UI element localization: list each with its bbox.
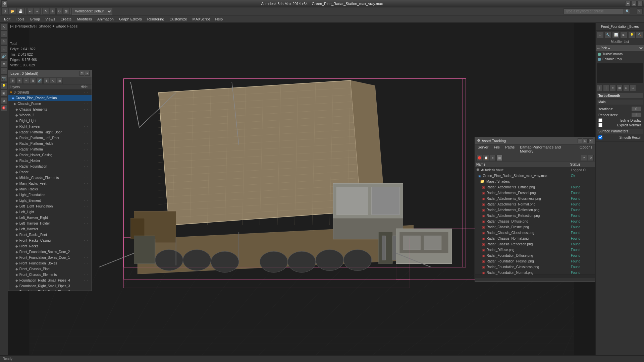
at-menu-paths[interactable]: Paths [502,144,517,154]
search-input[interactable] [564,8,624,14]
at-list-item[interactable]: ▣ Radar_Attachments_Fresnel.pngFound [475,190,595,196]
at-menu-server[interactable]: Server [475,144,491,154]
layer-tool-link[interactable]: 🔗 [37,78,43,84]
layer-item[interactable]: ◆Green_Pine_Radar_Station· · · [8,95,92,101]
at-menu-bitmap[interactable]: Bitmap Performance and Memory [517,144,577,154]
layer-item[interactable]: ◆Middle_Chassis_Elements· · · [8,175,92,181]
at-list-item[interactable]: ▣ Radar_Foundation_Diffuse.pngFound [475,253,595,258]
left-tool-2[interactable]: ✛ [1,31,7,38]
modifier-dropdown[interactable]: -- Pick -- [596,45,644,51]
layer-item[interactable]: ◆Right_Hawser· · · [8,124,92,129]
layer-tool-sun[interactable]: ☀ [16,78,22,84]
select-button[interactable]: ↖ [43,8,49,15]
save-button[interactable]: 💾 [17,8,24,15]
menu-animation[interactable]: Animation [95,15,116,23]
at-list-item[interactable]: ▣ Radar_Foundation_Normal.pngFound [475,270,595,275]
layer-item[interactable]: ◆Radar_Holder· · · [8,158,92,164]
layer-item[interactable]: ◆Light_Foundation· · · [8,192,92,198]
search-button[interactable]: 🔍 [624,8,630,14]
minimize-button[interactable]: − [625,1,631,6]
right-view-btn-2[interactable]: | [603,84,609,91]
layer-item[interactable]: ◆Left_Hawser· · · [8,226,92,232]
layer-item[interactable]: ◆Foundation_Right_Small_Pipes_2· · · [8,289,92,291]
at-tool-4[interactable]: ▦ [496,155,502,161]
layer-item[interactable]: ◆Radar_Platform_Right_Door· · · [8,129,92,135]
menu-help[interactable]: Help [213,15,226,23]
at-minimize-button[interactable]: − [578,138,582,143]
layer-item[interactable]: ◆Radar_Foundation· · · [8,164,92,169]
layer-item[interactable]: ◆Front_Foundation_Boxes_Door_2· · · [8,249,92,255]
workspace-dropdown[interactable]: Workspace: Default [72,8,112,15]
layer-tool-select[interactable]: ↖ [50,78,56,84]
layer-tool-add[interactable]: + [23,78,29,84]
layer-item[interactable]: ◆Front_Foundation_Boxes_Door_1· · · [8,255,92,260]
left-tool-9[interactable]: 💡 [1,82,7,89]
at-horizontal-scrollbar[interactable] [475,275,595,278]
layer-item[interactable]: ◆Radar_Platform_Holder· · · [8,141,92,146]
right-view-btn-6[interactable]: ⊡ [630,84,636,91]
at-menu-options[interactable]: Options [577,144,595,154]
left-tool-12[interactable]: 🎯 [1,105,7,111]
menu-modifiers[interactable]: Modifiers [74,15,95,23]
menu-graph-editors[interactable]: Graph Editors [116,15,145,23]
at-list-item[interactable]: ▣ Radar_Attachments_Refraction.pngFound [475,213,595,219]
at-file-list[interactable]: 🏛 Autodesk VaultLogged O... ▣ Green_Pine… [475,167,595,275]
layer-tool-freeze[interactable]: ❄ [10,78,16,84]
left-tool-1[interactable]: ↖ [1,23,7,30]
move-button[interactable]: ✛ [50,8,56,15]
at-list-item[interactable]: ▣ Radar_Foundation_Fresnel.pngFound [475,258,595,264]
at-menu-file[interactable]: File [491,144,502,154]
isoline-checkbox[interactable] [598,118,602,122]
at-maximize-button[interactable]: □ [583,138,588,143]
menu-tools[interactable]: Tools [13,15,27,23]
maximize-button[interactable]: □ [631,1,637,6]
menu-customize[interactable]: Customize [167,15,190,23]
layer-item[interactable]: ◆Wheels_2· · · [8,112,92,118]
right-tab-display[interactable]: 💡 [628,32,636,38]
right-view-btn-4[interactable]: ▦ [616,84,623,91]
close-button[interactable]: × [637,1,643,6]
help-icon[interactable]: ? [637,8,643,14]
right-tab-create[interactable]: ⬡ [596,32,604,38]
layer-item[interactable]: ◆Front_Chassis_Elements· · · [8,272,92,278]
iterations-input[interactable] [631,106,641,112]
menu-edit[interactable]: Edit [1,15,13,23]
layer-item[interactable]: ◆Left_Light· · · [8,209,92,215]
at-list-item[interactable]: ▣ Radar_Chassis_Diffuse.pngFound [475,219,595,224]
undo-button[interactable]: ↩ [27,8,33,15]
rotate-button[interactable]: ↻ [56,8,62,15]
scale-button[interactable]: ⊠ [63,8,69,15]
render-iters-input[interactable] [631,112,641,118]
modifier-turbosmoooth[interactable]: TurboSmooth [596,52,643,57]
layer-item[interactable]: ◆Chassis_Elements· · · [8,107,92,112]
left-tool-6[interactable]: ◉ [1,60,7,67]
at-close-button[interactable]: × [588,138,593,143]
at-list-item[interactable]: 📁 Maps / Shaders [475,179,595,184]
at-list-item[interactable]: ▣ Green_Pine_Radar_Station_max_vray.maxO… [475,173,595,179]
right-tab-hierarchy[interactable]: 📊 [612,32,620,38]
left-tool-4[interactable]: ⊡ [1,46,7,52]
menu-views[interactable]: Views [43,15,58,23]
layer-item[interactable]: ◆Radar· · · [8,169,92,175]
modifier-editable-poly[interactable]: Editable Poly [596,57,643,62]
menu-create[interactable]: Create [58,15,74,23]
layer-tool-delete[interactable]: 🗑 [30,78,36,84]
layer-item[interactable]: ◆Front_Racks_Feet· · · [8,232,92,238]
at-list-item[interactable]: ▣ Radar_Chassis_Fresnel.pngFound [475,224,595,230]
layer-tool-all[interactable]: ⊞ [57,78,63,84]
layer-item[interactable]: ◆Radar_Platform· · · [8,146,92,152]
layer-help-button[interactable]: ? [79,71,84,76]
layer-item[interactable]: ◆Front_Foundation_Boxes· · · [8,260,92,266]
right-view-btn-5[interactable]: ⊞ [623,84,629,91]
at-list-item[interactable]: ▣ Radar_Attachments_Reflection.pngFound [475,207,595,213]
left-tool-11[interactable]: ⛰ [1,97,7,104]
right-tab-modify[interactable]: 🔧 [604,32,612,38]
layer-item[interactable]: ◆Radar_Platform_Left_Door· · · [8,135,92,141]
layer-item[interactable]: ▼0 (default)· · · [8,89,92,95]
left-tool-7[interactable]: ⬡ [1,68,7,74]
layer-list[interactable]: ▼0 (default)· · · ◆Green_Pine_Radar_Stat… [8,89,92,291]
layer-item[interactable]: ◆Foundation_Right_Small_Pipes_4· · · [8,278,92,283]
explicit-normals-checkbox[interactable] [598,123,602,127]
at-list-item[interactable]: ▣ Radar_Attachments_Diffuse.pngFound [475,184,595,190]
left-tool-3[interactable]: ↻ [1,38,7,45]
